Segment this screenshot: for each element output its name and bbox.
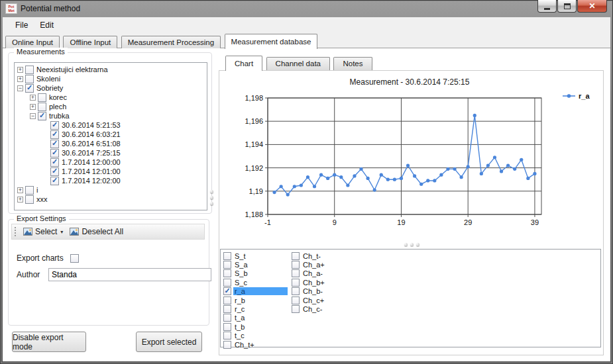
tab-chart[interactable]: Chart bbox=[225, 56, 262, 71]
expand-icon[interactable]: + bbox=[17, 76, 23, 82]
tree-item[interactable]: ✓30.6.2014 6:03:21 bbox=[15, 130, 207, 139]
tree-item[interactable]: +i bbox=[15, 185, 207, 195]
tree-item[interactable]: ✓30.6.2014 5:21:53 bbox=[15, 120, 207, 130]
checkbox[interactable] bbox=[292, 305, 300, 313]
channel-item[interactable]: Ch_a- bbox=[292, 269, 356, 278]
checkbox[interactable] bbox=[223, 341, 231, 349]
toolbar-grip-icon[interactable] bbox=[14, 226, 17, 237]
checkbox[interactable] bbox=[223, 332, 231, 340]
channel-item[interactable]: S_t bbox=[223, 251, 288, 260]
checkbox[interactable]: ✓ bbox=[25, 84, 34, 93]
channel-item[interactable]: r_c bbox=[223, 304, 288, 313]
checkbox[interactable]: ✓ bbox=[50, 121, 59, 130]
checkbox[interactable]: ✓ bbox=[223, 287, 231, 295]
tree-item[interactable]: +plech bbox=[15, 102, 207, 111]
channel-item[interactable]: t_a bbox=[223, 314, 288, 322]
tree-item[interactable]: ✓1.7.2014 12:02:00 bbox=[15, 176, 207, 185]
tree-item[interactable]: −✓Sobriety bbox=[15, 83, 207, 93]
channel-item[interactable]: r_b bbox=[223, 296, 288, 304]
tab-offline-input[interactable]: Offline Input bbox=[63, 36, 117, 48]
checkbox[interactable]: ✓ bbox=[50, 149, 59, 158]
expand-icon[interactable]: + bbox=[17, 197, 23, 203]
vertical-splitter[interactable] bbox=[209, 190, 214, 210]
checkbox[interactable] bbox=[25, 195, 34, 204]
maximize-button[interactable] bbox=[557, 0, 577, 13]
tree-item[interactable]: ✓30.6.2014 7:25:15 bbox=[15, 148, 207, 158]
expand-icon[interactable]: + bbox=[30, 95, 36, 101]
checkbox[interactable]: ✓ bbox=[50, 167, 59, 176]
checkbox[interactable] bbox=[223, 296, 231, 304]
channel-item[interactable]: Ch_a+ bbox=[292, 260, 356, 269]
channel-checklist[interactable]: S_tS_aS_bS_c✓r_ar_br_ct_at_bt_cCh_t+ Ch_… bbox=[220, 249, 601, 347]
tree-item[interactable]: ✓1.7.2014 12:00:00 bbox=[15, 158, 207, 167]
menu-file[interactable]: File bbox=[9, 19, 34, 32]
channel-item[interactable]: Ch_c- bbox=[292, 304, 356, 313]
tab-channel-data[interactable]: Channel data bbox=[266, 57, 330, 70]
tree-item[interactable]: +Neexistujici elektrarna bbox=[15, 65, 207, 74]
channel-item[interactable]: Ch_t- bbox=[292, 251, 356, 260]
checkbox[interactable] bbox=[292, 252, 300, 260]
tree-item[interactable]: +Skoleni bbox=[15, 74, 207, 83]
checkbox[interactable] bbox=[223, 252, 231, 260]
tree-item[interactable]: +korec bbox=[15, 93, 207, 102]
checkbox[interactable] bbox=[292, 279, 300, 287]
checkbox[interactable] bbox=[292, 296, 300, 304]
checkbox[interactable] bbox=[223, 305, 231, 313]
horizontal-splitter[interactable] bbox=[402, 242, 421, 247]
channel-item[interactable]: t_c bbox=[223, 332, 288, 340]
tree-item[interactable]: ✓1.7.2014 12:01:00 bbox=[15, 167, 207, 176]
checkbox[interactable]: ✓ bbox=[50, 140, 59, 148]
checkbox[interactable]: ✓ bbox=[50, 130, 59, 139]
checkbox[interactable] bbox=[292, 261, 300, 269]
channel-item[interactable]: S_b bbox=[223, 269, 288, 278]
expand-icon[interactable]: + bbox=[30, 104, 36, 110]
channel-item[interactable]: S_c bbox=[223, 278, 288, 287]
channel-item-label: S_c bbox=[233, 279, 288, 287]
select-button[interactable]: Select ▾ bbox=[20, 226, 66, 238]
author-input[interactable] bbox=[48, 268, 211, 281]
y-tick-label: 1,198 bbox=[245, 94, 263, 102]
minimize-button[interactable] bbox=[537, 0, 557, 13]
channel-item[interactable]: Ch_t+ bbox=[223, 340, 288, 349]
checkbox[interactable] bbox=[25, 75, 34, 83]
close-button[interactable]: ✕ bbox=[577, 0, 607, 13]
export-selected-button[interactable]: Export selected bbox=[136, 332, 202, 352]
checkbox[interactable] bbox=[223, 269, 231, 277]
tab-measurement-database[interactable]: Measurement database bbox=[225, 34, 318, 49]
collapse-icon[interactable]: − bbox=[30, 113, 36, 119]
checkbox[interactable] bbox=[25, 186, 34, 195]
checkbox[interactable] bbox=[25, 66, 34, 74]
tab-measurement-processing[interactable]: Measurement Processing bbox=[121, 36, 221, 48]
checkbox[interactable]: ✓ bbox=[50, 158, 59, 167]
checkbox[interactable] bbox=[292, 269, 300, 277]
menu-edit[interactable]: Edit bbox=[34, 19, 60, 32]
checkbox[interactable] bbox=[223, 323, 231, 331]
export-charts-checkbox[interactable] bbox=[70, 254, 79, 263]
channel-item[interactable]: Ch_b- bbox=[292, 287, 356, 296]
checkbox[interactable] bbox=[38, 103, 46, 111]
channel-item[interactable]: ✓r_a bbox=[223, 287, 288, 296]
deselect-all-button[interactable]: Deselect All bbox=[66, 226, 127, 238]
titlebar[interactable]: Pot Met Potential method ✕ bbox=[0, 0, 613, 17]
checkbox[interactable] bbox=[223, 261, 231, 269]
expand-icon[interactable]: + bbox=[17, 67, 23, 73]
measurements-tree[interactable]: +Neexistujici elektrarna+Skoleni−✓Sobrie… bbox=[14, 62, 207, 210]
checkbox[interactable] bbox=[292, 287, 300, 295]
channel-item[interactable]: t_b bbox=[223, 322, 288, 331]
checkbox[interactable]: ✓ bbox=[50, 177, 59, 185]
checkbox[interactable]: ✓ bbox=[38, 112, 46, 120]
tree-item[interactable]: +xxx bbox=[15, 195, 207, 204]
tab-online-input[interactable]: Online Input bbox=[5, 36, 60, 48]
checkbox[interactable] bbox=[38, 93, 46, 102]
tree-item[interactable]: ✓30.6.2014 6:51:08 bbox=[15, 139, 207, 148]
tab-notes[interactable]: Notes bbox=[333, 57, 372, 70]
channel-item[interactable]: S_a bbox=[223, 260, 288, 269]
checkbox[interactable] bbox=[223, 279, 231, 287]
channel-item[interactable]: Ch_b+ bbox=[292, 278, 356, 287]
tree-item[interactable]: −✓trubka bbox=[15, 111, 207, 120]
expand-icon[interactable]: + bbox=[17, 187, 23, 193]
channel-item[interactable]: Ch_c+ bbox=[292, 296, 356, 304]
disable-export-mode-button[interactable]: Disable export mode bbox=[12, 332, 86, 352]
checkbox[interactable] bbox=[223, 314, 231, 322]
collapse-icon[interactable]: − bbox=[17, 85, 23, 91]
